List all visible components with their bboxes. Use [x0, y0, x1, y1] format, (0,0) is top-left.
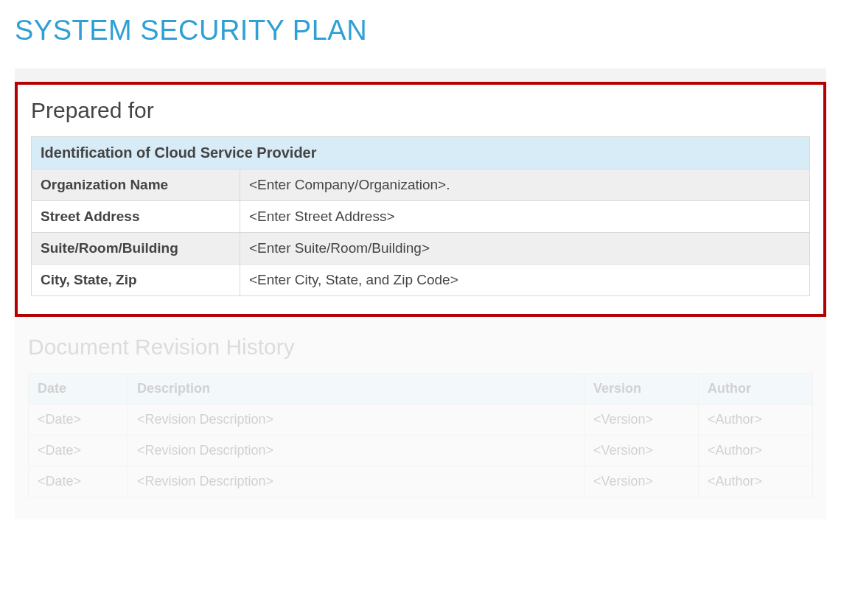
org-name-value[interactable]: <Enter Company/Organization>.	[240, 169, 810, 201]
table-row: <Date> <Revision Description> <Version> …	[29, 466, 813, 497]
table-row: <Date> <Revision Description> <Version> …	[29, 405, 813, 435]
page-title: SYSTEM SECURITY PLAN	[15, 15, 826, 46]
rev-version-value[interactable]: <Version>	[584, 435, 699, 466]
divider-strip	[15, 69, 826, 82]
col-date-header: Date	[29, 374, 128, 405]
rev-description-value[interactable]: <Revision Description>	[128, 435, 584, 466]
suite-room-building-label: Suite/Room/Building	[32, 233, 240, 265]
rev-version-value[interactable]: <Version>	[584, 466, 699, 497]
table-row: Organization Name <Enter Company/Organiz…	[32, 169, 810, 201]
rev-version-value[interactable]: <Version>	[584, 405, 699, 435]
rev-author-value[interactable]: <Author>	[699, 405, 813, 435]
city-state-zip-value[interactable]: <Enter City, State, and Zip Code>	[240, 265, 810, 296]
table-row: Street Address <Enter Street Address>	[32, 201, 810, 233]
rev-description-value[interactable]: <Revision Description>	[128, 466, 584, 497]
rev-date-value[interactable]: <Date>	[29, 435, 128, 466]
col-description-header: Description	[128, 374, 584, 405]
rev-description-value[interactable]: <Revision Description>	[128, 405, 584, 435]
table-row: <Date> <Revision Description> <Version> …	[29, 435, 813, 466]
csp-table-title: Identification of Cloud Service Provider	[32, 137, 810, 169]
col-author-header: Author	[699, 374, 813, 405]
org-name-label: Organization Name	[32, 169, 240, 201]
table-row: Suite/Room/Building <Enter Suite/Room/Bu…	[32, 233, 810, 265]
suite-room-building-value[interactable]: <Enter Suite/Room/Building>	[240, 233, 810, 265]
table-row: City, State, Zip <Enter City, State, and…	[32, 265, 810, 296]
csp-identification-table: Identification of Cloud Service Provider…	[31, 136, 810, 296]
revision-history-heading: Document Revision History	[28, 335, 813, 360]
rev-author-value[interactable]: <Author>	[699, 435, 813, 466]
rev-date-value[interactable]: <Date>	[29, 466, 128, 497]
document-page: SYSTEM SECURITY PLAN Prepared for Identi…	[0, 0, 841, 549]
table-header-row: Date Description Version Author	[29, 374, 813, 405]
street-address-value[interactable]: <Enter Street Address>	[240, 201, 810, 233]
prepared-for-heading: Prepared for	[31, 98, 810, 123]
prepared-for-section: Prepared for Identification of Cloud Ser…	[15, 82, 826, 317]
revision-history-section: Document Revision History Date Descripti…	[15, 317, 826, 519]
street-address-label: Street Address	[32, 201, 240, 233]
revision-history-table: Date Description Version Author <Date> <…	[28, 373, 813, 497]
rev-author-value[interactable]: <Author>	[699, 466, 813, 497]
city-state-zip-label: City, State, Zip	[32, 265, 240, 296]
col-version-header: Version	[584, 374, 699, 405]
rev-date-value[interactable]: <Date>	[29, 405, 128, 435]
